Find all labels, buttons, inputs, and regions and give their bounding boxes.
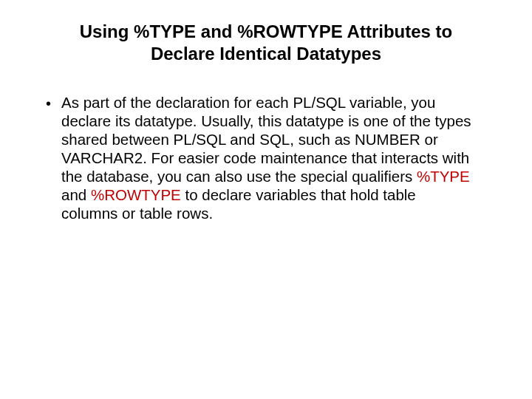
slide-title: Using %TYPE and %ROWTYPE Attributes to D… [37, 21, 495, 65]
bullet-marker: • [46, 94, 51, 113]
keyword-type: %TYPE [417, 168, 470, 185]
keyword-rowtype: %ROWTYPE [91, 186, 181, 203]
text-segment: and [61, 186, 91, 203]
text-segment: As part of the declaration for each PL/S… [61, 94, 471, 185]
bullet-item: • As part of the declaration for each PL… [37, 93, 495, 222]
bullet-text: As part of the declaration for each PL/S… [61, 93, 475, 222]
